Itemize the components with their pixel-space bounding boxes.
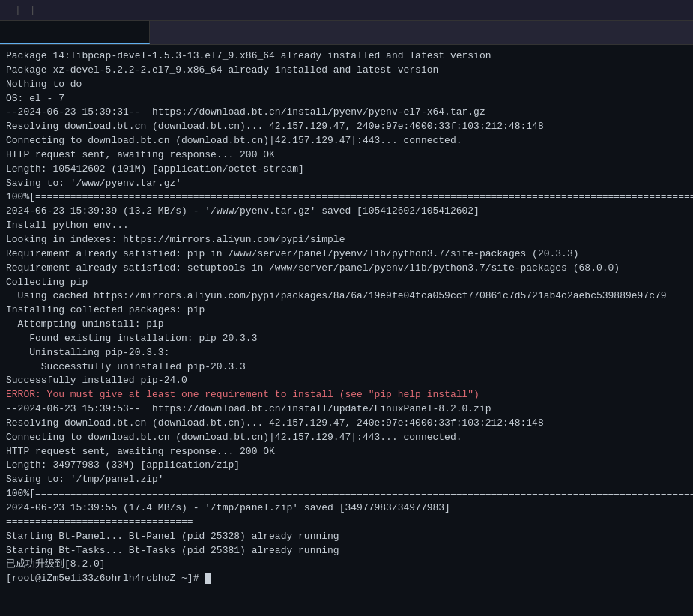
terminal-line: Install python env... — [6, 219, 687, 233]
terminal-line: Length: 105412602 (101M) [application/oc… — [6, 163, 687, 177]
terminal-line: 100%[===================================… — [6, 190, 687, 205]
terminal-line: --2024-06-23 15:39:31-- https://download… — [6, 106, 687, 120]
title-bar-left: | | — [6, 4, 687, 16]
terminal-line: Package 14:libpcap-devel-1.5.3-13.el7_9.… — [6, 49, 687, 64]
terminal-line: --2024-06-23 15:39:53-- https://download… — [6, 402, 687, 417]
terminal-line: 2024-06-23 15:39:39 (13.2 MB/s) - '/www/… — [6, 205, 687, 219]
terminal-line: 已成功升级到[8.2.0] — [6, 558, 687, 572]
terminal-line: Length: 34977983 (33M) [application/zip] — [6, 459, 687, 473]
title-separator1: | — [15, 4, 21, 16]
terminal-line: Using cached https://mirrors.aliyun.com/… — [6, 289, 687, 304]
terminal-line: Installing collected packages: pip — [6, 304, 687, 318]
terminal-line: Successfully uninstalled pip-20.3.3 — [6, 360, 687, 375]
terminal-line: Successfully installed pip-24.0 — [6, 374, 687, 388]
terminal-cursor — [205, 573, 211, 584]
terminal-line: HTTP request sent, awaiting response... … — [6, 148, 687, 163]
terminal-line: [root@iZm5e1i33z6ohrlh4rcbhoZ ~]# — [6, 572, 687, 586]
title-separator2: | — [30, 4, 36, 16]
terminal-line: Uninstalling pip-20.3.3: — [6, 346, 687, 360]
terminal-line: Found existing installation: pip 20.3.3 — [6, 332, 687, 346]
terminal-line: Looking in indexes: https://mirrors.aliy… — [6, 233, 687, 247]
terminal-line: Attempting uninstall: pip — [6, 318, 687, 332]
terminal-line: ERROR: You must give at least one requir… — [6, 388, 687, 402]
terminal-line: Connecting to download.bt.cn (download.b… — [6, 431, 687, 445]
terminal-line: 100%[===================================… — [6, 487, 687, 501]
terminal-line: Starting Bt-Tasks... Bt-Tasks (pid 25381… — [6, 544, 687, 558]
terminal-line: Connecting to download.bt.cn (download.b… — [6, 134, 687, 148]
terminal-line: 2024-06-23 15:39:55 (17.4 MB/s) - '/tmp/… — [6, 501, 687, 516]
terminal-line: Collecting pip — [6, 276, 687, 290]
terminal[interactable]: Package 14:libpcap-devel-1.5.3-13.el7_9.… — [0, 45, 693, 616]
terminal-line: HTTP request sent, awaiting response... … — [6, 445, 687, 459]
terminal-line: Resolving download.bt.cn (download.bt.cn… — [6, 417, 687, 431]
tab-terminal[interactable] — [0, 21, 150, 44]
title-bar: | | — [0, 0, 693, 21]
terminal-line: Starting Bt-Panel... Bt-Panel (pid 25328… — [6, 530, 687, 544]
terminal-line: ================================ — [6, 516, 687, 530]
terminal-line: Nothing to do — [6, 78, 687, 92]
tab-bar — [0, 21, 693, 45]
terminal-line: Saving to: '/tmp/panel.zip' — [6, 473, 687, 487]
terminal-line: Requirement already satisfied: pip in /w… — [6, 247, 687, 262]
terminal-line: Saving to: '/www/pyenv.tar.gz' — [6, 177, 687, 191]
terminal-line: Package xz-devel-5.2.2-2.el7_9.x86_64 al… — [6, 64, 687, 78]
terminal-line: Resolving download.bt.cn (download.bt.cn… — [6, 120, 687, 134]
terminal-line: Requirement already satisfied: setuptool… — [6, 262, 687, 276]
terminal-line: OS: el - 7 — [6, 92, 687, 106]
